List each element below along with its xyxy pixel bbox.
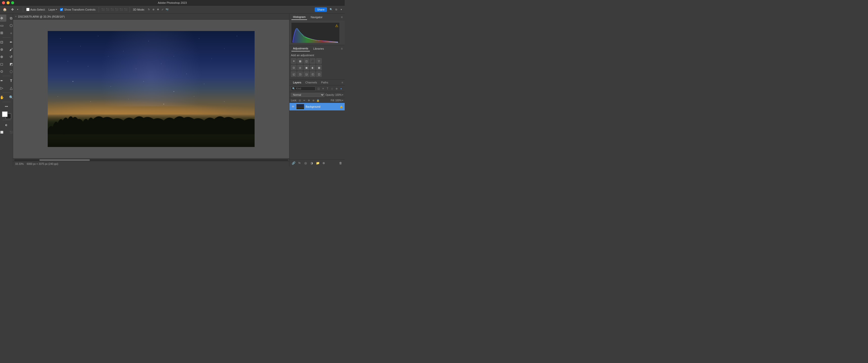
tab-libraries[interactable]: Libraries [312,46,326,51]
layer-mask-btn[interactable]: ◎ [303,161,308,166]
color-swatches[interactable] [2,111,11,119]
spot-heal-tool-btn[interactable]: ⊛ [0,46,6,53]
delete-layer-btn[interactable]: 🗑 [338,161,343,166]
new-layer-btn[interactable]: ⊕ [321,161,326,166]
vibrance-btn[interactable]: ▽ [316,58,322,64]
filter-smart-icon[interactable]: ⊕ [335,87,339,91]
blur-tool-btn[interactable]: ⊙ [0,68,6,75]
home-button[interactable]: 🏠 [1,7,8,12]
object-select-tool-btn[interactable]: ⊞ [0,29,6,36]
color-lookup-btn[interactable]: ◱ [291,71,297,77]
hue-sat-btn[interactable]: ⊡ [291,65,297,70]
layer-adjustment-btn[interactable]: ◑ [309,161,314,166]
rect-marquee-tool-btn[interactable]: ▭ [0,22,6,29]
tool-type-select[interactable]: Layer ▾ [48,7,58,11]
align-left-icon[interactable]: ⬛ [101,7,105,11]
align-center-h-icon[interactable]: ⬛ [105,7,110,11]
align-bottom-icon[interactable]: ⬛ [124,7,128,11]
more-tools-btn[interactable]: ••• [2,103,11,110]
maximize-button[interactable] [11,1,14,4]
bw-btn[interactable]: ▣ [304,65,309,70]
quick-select-tool-btn[interactable]: ⬦ [6,29,13,36]
3d-pan-icon[interactable]: ⊕ [151,7,155,11]
screen-mode-btn-2[interactable]: ⬛ [6,129,13,136]
zoom-tool-btn[interactable]: 🔍 [6,94,13,101]
align-right-icon[interactable]: ⬛ [110,7,114,11]
share-button[interactable]: Share [315,7,327,12]
layers-search-box[interactable]: 🔍 [291,87,315,91]
lock-transparent-icon[interactable]: ⊟ [298,99,302,102]
brush-tool-btn[interactable]: 🖌 [6,46,13,53]
3d-move-icon[interactable]: ✥ [156,7,160,11]
lasso-tool-btn[interactable]: ⬡ [6,22,13,29]
layers-options-icon[interactable]: ≡ [342,81,343,84]
transform-controls-checkbox[interactable] [60,8,63,11]
layer-item-background[interactable]: 👁 Background 🔒 [289,103,345,110]
channel-mixer-btn[interactable]: ▦ [316,65,322,70]
3d-scale-icon[interactable]: ⤢ [160,7,164,11]
tab-navigator[interactable]: Navigator [309,14,324,20]
hand-tool-btn[interactable]: ✋ [0,94,6,101]
stamp-tool-btn[interactable]: ⊕ [0,53,6,60]
tab-layers[interactable]: Layers [291,80,303,85]
shape-tool-btn[interactable]: △ [6,85,13,92]
canvas-content[interactable] [13,20,289,158]
curves-btn[interactable]: ◫ [304,58,309,64]
history-brush-tool-btn[interactable]: ↺ [6,53,13,60]
artboard-tool-btn[interactable]: ⧉ [6,14,13,22]
foreground-color-swatch[interactable] [2,111,7,117]
gradient-tool-btn[interactable]: ◩ [6,61,13,68]
align-center-v-icon[interactable]: ⬛ [119,7,123,11]
lock-image-icon[interactable]: ✒ [303,99,306,102]
filter-adjust-icon[interactable]: ☀ [321,87,325,91]
eyedropper-tool-btn[interactable]: ✒ [6,39,13,45]
opacity-control[interactable]: Opacity: 100% ▾ [326,94,343,96]
layer-group-btn[interactable]: 📁 [315,161,320,166]
path-select-tool-btn[interactable]: ▷ [0,85,6,92]
more-options-icon[interactable]: ▾ [339,7,343,11]
minimize-button[interactable] [6,1,9,4]
pen-tool-btn[interactable]: ✒ [0,77,6,84]
levels-btn[interactable]: ▦ [297,58,303,64]
blend-mode-select[interactable]: Normal [291,93,324,97]
layer-link-btn[interactable]: 🔗 [291,161,296,166]
filter-shape-icon[interactable]: □ [330,87,334,91]
text-tool-btn[interactable]: T [6,77,13,84]
3d-camera-icon[interactable]: 📷 [165,7,169,11]
photo-filter-btn[interactable]: ◐ [310,65,315,70]
tab-histogram[interactable]: Histogram [291,14,307,20]
filter-type-icon[interactable]: T [326,87,330,91]
lock-all-icon[interactable]: 🔒 [316,99,320,102]
filter-toggle-icon[interactable]: ● [339,87,343,91]
arrange-icon[interactable]: ⧉ [334,7,338,11]
invert-btn[interactable]: ◳ [297,71,303,77]
3d-rotate-icon[interactable]: ↻ [147,7,151,11]
layer-visibility-icon[interactable]: 👁 [291,105,295,109]
tab-channels[interactable]: Channels [303,80,319,85]
brightness-contrast-btn[interactable]: ☀ [291,58,297,64]
dodge-tool-btn[interactable]: ◌ [6,68,13,75]
transform-controls-option[interactable]: Show Transform Controls [59,7,96,11]
gradient-map-btn[interactable]: ◫ [316,71,322,77]
fill-control[interactable]: Fill: 100% ▾ [331,99,343,102]
eraser-tool-btn[interactable]: ◻ [0,61,6,68]
color-balance-btn[interactable]: ◎ [297,65,303,70]
layers-search-input[interactable] [296,87,314,90]
search-icon[interactable]: 🔍 [329,7,333,11]
move-tool-btn[interactable]: ✥ [0,14,6,22]
layer-fx-btn[interactable]: fx [297,161,302,166]
posterize-btn[interactable]: ◲ [304,71,309,77]
crop-tool-btn[interactable]: ⊡ [0,39,6,45]
lock-position-icon[interactable]: ⊕ [312,99,315,102]
canvas-tab-close[interactable]: × [15,15,17,18]
canvas-scrollbar-horizontal[interactable] [13,158,289,161]
histogram-options-icon[interactable]: ≡ [341,15,343,19]
close-button[interactable] [2,1,5,4]
tab-adjustments[interactable]: Adjustments [291,46,310,52]
tab-paths[interactable]: Paths [319,80,330,85]
scrollbar-thumb[interactable] [39,159,90,161]
screen-mode-btn[interactable]: ⬜ [0,129,6,136]
exposure-btn[interactable]: ⬛ [310,58,315,64]
adjustments-options-icon[interactable]: ≡ [341,47,343,51]
align-top-icon[interactable]: ⬛ [115,7,119,11]
